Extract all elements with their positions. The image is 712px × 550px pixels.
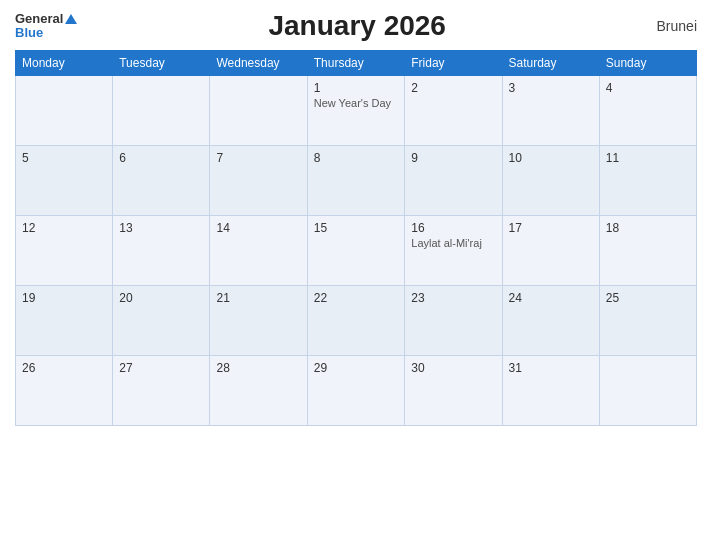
day-number: 29 — [314, 361, 399, 375]
weekday-header-row: Monday Tuesday Wednesday Thursday Friday… — [16, 51, 697, 76]
day-number: 27 — [119, 361, 203, 375]
logo: General Blue — [15, 12, 77, 41]
calendar-day-cell: 13 — [113, 216, 210, 286]
calendar-week-row: 262728293031 — [16, 356, 697, 426]
calendar-day-cell: 17 — [502, 216, 599, 286]
calendar-day-cell: 14 — [210, 216, 307, 286]
calendar-title: January 2026 — [77, 10, 637, 42]
calendar-week-row: 1213141516Laylat al-Mi'raj1718 — [16, 216, 697, 286]
calendar-day-cell: 24 — [502, 286, 599, 356]
calendar-day-cell: 16Laylat al-Mi'raj — [405, 216, 502, 286]
calendar-header: Monday Tuesday Wednesday Thursday Friday… — [16, 51, 697, 76]
calendar-day-cell: 6 — [113, 146, 210, 216]
calendar-day-cell — [210, 76, 307, 146]
calendar-day-cell — [16, 76, 113, 146]
calendar-day-cell: 11 — [599, 146, 696, 216]
day-number: 28 — [216, 361, 300, 375]
day-number: 6 — [119, 151, 203, 165]
logo-triangle-icon — [65, 14, 77, 24]
day-number: 8 — [314, 151, 399, 165]
day-number: 17 — [509, 221, 593, 235]
calendar-day-cell: 3 — [502, 76, 599, 146]
calendar-day-cell: 5 — [16, 146, 113, 216]
calendar-day-cell: 7 — [210, 146, 307, 216]
col-monday: Monday — [16, 51, 113, 76]
calendar-day-cell: 29 — [307, 356, 405, 426]
day-number: 12 — [22, 221, 106, 235]
col-friday: Friday — [405, 51, 502, 76]
day-number: 3 — [509, 81, 593, 95]
calendar-day-cell: 21 — [210, 286, 307, 356]
calendar-day-cell: 30 — [405, 356, 502, 426]
day-number: 19 — [22, 291, 106, 305]
calendar-day-cell: 10 — [502, 146, 599, 216]
col-thursday: Thursday — [307, 51, 405, 76]
calendar-day-cell: 27 — [113, 356, 210, 426]
calendar-day-cell: 1New Year's Day — [307, 76, 405, 146]
calendar-day-cell: 28 — [210, 356, 307, 426]
calendar-day-cell: 20 — [113, 286, 210, 356]
day-number: 13 — [119, 221, 203, 235]
calendar-table: Monday Tuesday Wednesday Thursday Friday… — [15, 50, 697, 426]
logo-blue-text: Blue — [15, 26, 77, 40]
day-number: 26 — [22, 361, 106, 375]
day-number: 16 — [411, 221, 495, 235]
day-number: 2 — [411, 81, 495, 95]
day-number: 1 — [314, 81, 399, 95]
calendar-day-cell: 15 — [307, 216, 405, 286]
day-number: 15 — [314, 221, 399, 235]
day-number: 21 — [216, 291, 300, 305]
day-number: 31 — [509, 361, 593, 375]
col-wednesday: Wednesday — [210, 51, 307, 76]
calendar-week-row: 567891011 — [16, 146, 697, 216]
day-number: 10 — [509, 151, 593, 165]
calendar-day-cell: 4 — [599, 76, 696, 146]
calendar-day-cell — [113, 76, 210, 146]
calendar-day-cell: 8 — [307, 146, 405, 216]
logo-general-text: General — [15, 12, 77, 26]
calendar-week-row: 1New Year's Day234 — [16, 76, 697, 146]
calendar-day-cell — [599, 356, 696, 426]
calendar-day-cell: 18 — [599, 216, 696, 286]
day-number: 9 — [411, 151, 495, 165]
col-saturday: Saturday — [502, 51, 599, 76]
holiday-label: Laylat al-Mi'raj — [411, 237, 495, 249]
calendar-day-cell: 22 — [307, 286, 405, 356]
country-label: Brunei — [637, 18, 697, 34]
holiday-label: New Year's Day — [314, 97, 399, 109]
day-number: 22 — [314, 291, 399, 305]
col-sunday: Sunday — [599, 51, 696, 76]
day-number: 7 — [216, 151, 300, 165]
calendar-day-cell: 19 — [16, 286, 113, 356]
day-number: 23 — [411, 291, 495, 305]
page: General Blue January 2026 Brunei Monday … — [0, 0, 712, 550]
day-number: 4 — [606, 81, 690, 95]
calendar-day-cell: 26 — [16, 356, 113, 426]
day-number: 30 — [411, 361, 495, 375]
day-number: 20 — [119, 291, 203, 305]
calendar-day-cell: 12 — [16, 216, 113, 286]
calendar-body: 1New Year's Day2345678910111213141516Lay… — [16, 76, 697, 426]
day-number: 11 — [606, 151, 690, 165]
day-number: 18 — [606, 221, 690, 235]
header: General Blue January 2026 Brunei — [15, 10, 697, 42]
calendar-day-cell: 9 — [405, 146, 502, 216]
calendar-day-cell: 31 — [502, 356, 599, 426]
day-number: 5 — [22, 151, 106, 165]
day-number: 14 — [216, 221, 300, 235]
calendar-week-row: 19202122232425 — [16, 286, 697, 356]
calendar-day-cell: 25 — [599, 286, 696, 356]
calendar-day-cell: 23 — [405, 286, 502, 356]
day-number: 24 — [509, 291, 593, 305]
col-tuesday: Tuesday — [113, 51, 210, 76]
day-number: 25 — [606, 291, 690, 305]
calendar-day-cell: 2 — [405, 76, 502, 146]
